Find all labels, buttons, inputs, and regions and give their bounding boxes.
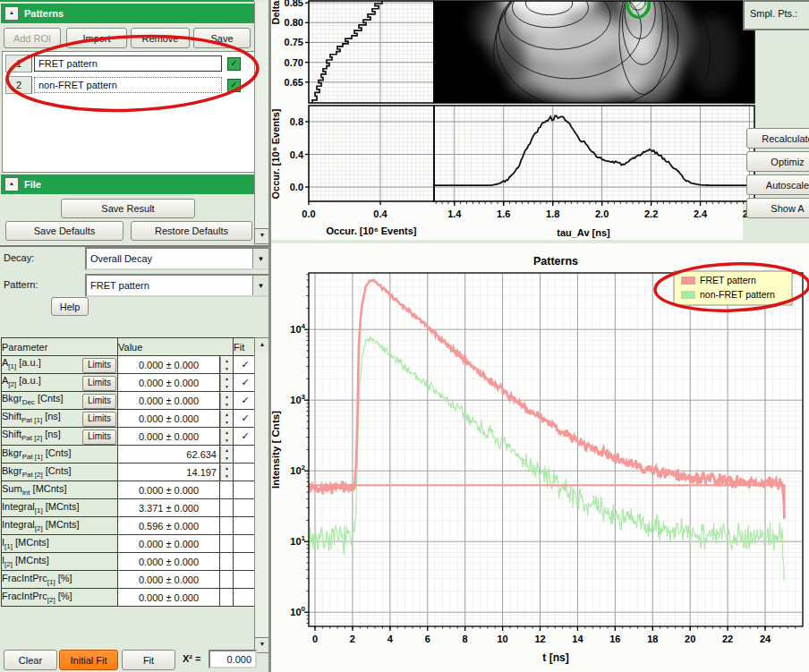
collapse-arrow-icon[interactable]: ▲ [4, 177, 19, 191]
param-row: I[2] [MCnts]0.000 ± 0.000 [2, 553, 258, 571]
spinner-arrows-icon[interactable]: ▲▼ [220, 393, 233, 409]
param-row: ShiftPat [2] [ns]Limits0.000 ± 0.000▲▼✓ [2, 428, 258, 446]
optimize-button[interactable]: Optimiz [746, 151, 809, 172]
patterns-panel-title: Patterns [24, 8, 64, 19]
param-value-field[interactable]: 0.000 ± 0.000 [118, 428, 220, 446]
row-index[interactable]: 2 [5, 76, 32, 94]
param-value-field[interactable]: 0.000 ± 0.000 [118, 356, 220, 374]
svg-text:1.4: 1.4 [447, 208, 462, 219]
svg-text:22: 22 [722, 634, 733, 644]
decay-label: Decay: [4, 252, 34, 263]
param-spinner [220, 535, 234, 553]
decay-combo[interactable]: Overall Decay ▼ [85, 247, 270, 270]
param-label: ShiftPat [2] [ns]Limits [2, 428, 118, 446]
save-defaults-button[interactable]: Save Defaults [5, 221, 123, 241]
save-result-button[interactable]: Save Result [61, 199, 195, 218]
pattern-name-field[interactable]: non-FRET pattern [34, 77, 222, 93]
svg-text:0.8: 0.8 [290, 116, 303, 127]
pattern-checkbox[interactable]: ✓ [227, 57, 241, 71]
parameter-table: ParameterValueFitA[1] [a.u.]Limits0.000 … [1, 337, 258, 607]
limits-button[interactable]: Limits [82, 376, 116, 391]
param-label: Integral[1] [MCnts] [2, 499, 118, 517]
remove-button[interactable]: Remove [131, 28, 190, 48]
pattern-name-field[interactable]: FRET pattern [34, 55, 222, 72]
add-roi-button[interactable]: Add ROI [4, 28, 61, 48]
svg-text:101: 101 [290, 534, 305, 547]
param-label: BkgrPat [1] [Cnts] [2, 446, 118, 464]
param-value-field[interactable]: 0.000 ± 0.000 [118, 410, 220, 428]
file-panel-title: File [24, 179, 41, 190]
spinner-arrows-icon[interactable]: ▲▼ [220, 464, 233, 481]
param-value-field[interactable]: 0.000 ± 0.000 [118, 553, 220, 571]
fret-2d-chart[interactable]: 0.850.800.750.700.650.00.40.80.00.41.41.… [270, 0, 809, 240]
param-row: Integral[2] [MCnts]0.596 ± 0.000 [2, 517, 258, 535]
chi2-value-field[interactable]: 0.000 [209, 650, 257, 668]
param-value-field[interactable]: 0.000 ± 0.000 [118, 589, 220, 607]
list-item: 2non-FRET pattern✓ [3, 75, 254, 95]
import-button[interactable]: Import [66, 28, 127, 48]
pattern-checkbox[interactable]: ✓ [227, 79, 241, 92]
recalculate-button[interactable]: Recalculate [746, 128, 809, 149]
svg-text:6: 6 [425, 634, 430, 644]
param-label: Integral[2] [MCnts] [2, 517, 118, 535]
param-value-field[interactable]: 14.197 [118, 464, 220, 481]
clear-button[interactable]: Clear [4, 650, 57, 670]
spinner-arrows-icon[interactable]: ▲▼ [220, 447, 233, 463]
param-label: SumInt [MCnts] [2, 481, 118, 499]
chevron-down-icon[interactable]: ▼ [252, 276, 268, 295]
svg-text:12: 12 [534, 634, 545, 644]
param-spinner: ▲▼ [220, 374, 234, 392]
limits-button[interactable]: Limits [82, 394, 116, 409]
svg-text:non-FRET pattern: non-FRET pattern [700, 289, 775, 300]
initial-fit-button[interactable]: Initial Fit [59, 650, 118, 670]
spinner-arrows-icon[interactable]: ▲▼ [220, 375, 233, 391]
limits-button[interactable]: Limits [82, 430, 116, 445]
param-row: BkgrPat [2] [Cnts]14.197▲▼ [2, 464, 258, 481]
svg-text:102: 102 [290, 464, 305, 476]
svg-text:t [ns]: t [ns] [542, 651, 568, 664]
restore-defaults-button[interactable]: Restore Defaults [131, 221, 252, 241]
param-value-field[interactable]: 0.000 ± 0.000 [118, 481, 220, 499]
collapse-arrow-icon[interactable]: ▲ [4, 6, 19, 21]
svg-text:10: 10 [497, 634, 507, 644]
param-header-row: ParameterValueFit [2, 338, 258, 356]
param-label: A[1] [a.u.]Limits [2, 356, 118, 374]
param-value-field[interactable]: 0.596 ± 0.000 [118, 517, 220, 535]
chevron-down-icon[interactable]: ▼ [252, 249, 268, 268]
svg-text:2.4: 2.4 [694, 208, 708, 219]
help-button[interactable]: Help [51, 297, 89, 316]
spinner-arrows-icon[interactable]: ▲▼ [220, 429, 233, 445]
param-value-field[interactable]: 0.000 ± 0.000 [118, 535, 220, 553]
svg-text:1.8: 1.8 [546, 208, 559, 219]
patterns-chart[interactable]: 024681012141618202224t [ns]1001011021031… [270, 242, 809, 672]
param-value-field[interactable]: 62.634 [118, 446, 220, 464]
spinner-arrows-icon[interactable]: ▲▼ [220, 411, 233, 427]
autoscale-button[interactable]: Autoscale [746, 174, 809, 195]
spinner-arrows-icon[interactable]: ▲▼ [220, 357, 233, 373]
param-row: A[1] [a.u.]Limits0.000 ± 0.000▲▼✓ [2, 356, 258, 374]
param-spinner: ▲▼ [220, 392, 234, 410]
svg-text:20: 20 [685, 634, 695, 644]
param-label: FracIntPrc[2] [%] [2, 589, 118, 607]
param-row: I[1] [MCnts]0.000 ± 0.000 [2, 535, 258, 553]
limits-button[interactable]: Limits [82, 358, 116, 373]
pattern-combo[interactable]: FRET pattern ▼ [85, 274, 270, 297]
param-label: A[2] [a.u.]Limits [2, 374, 118, 392]
param-value-field[interactable]: 0.000 ± 0.000 [118, 374, 220, 392]
save-button[interactable]: Save [193, 28, 251, 48]
param-value-field[interactable]: 0.000 ± 0.000 [118, 392, 220, 410]
param-label: ShiftPat [1] [ns]Limits [2, 410, 118, 428]
param-spinner: ▲▼ [220, 356, 234, 374]
param-value-field[interactable]: 0.000 ± 0.000 [118, 571, 220, 589]
param-spinner [220, 499, 234, 517]
svg-text:8: 8 [463, 634, 468, 644]
fit-button[interactable]: Fit [122, 650, 175, 670]
param-spinner: ▲▼ [220, 428, 234, 446]
limits-button[interactable]: Limits [82, 412, 116, 427]
show-all-button[interactable]: Show A [746, 198, 809, 218]
row-index[interactable]: 1 [5, 55, 32, 72]
param-value-field[interactable]: 3.371 ± 0.000 [118, 499, 220, 517]
svg-text:0.0: 0.0 [302, 208, 315, 219]
param-label: BkgrPat [2] [Cnts] [2, 464, 118, 481]
pattern-label: Pattern: [4, 279, 38, 290]
